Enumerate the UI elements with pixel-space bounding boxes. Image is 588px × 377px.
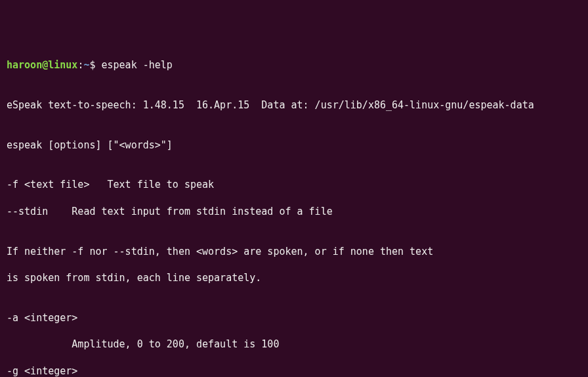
output-line: Amplitude, 0 to 200, default is 100 [7,338,581,351]
output-line: espeak [options] ["<words>"] [7,139,581,152]
output-line: --stdin Read text input from stdin inste… [7,205,581,218]
prompt-line[interactable]: haroon@linux:~$ espeak -help [7,58,581,72]
command-input: espeak -help [102,59,173,71]
output-line: eSpeak text-to-speech: 1.48.15 16.Apr.15… [7,99,581,112]
prompt-dollar: $ [89,59,101,71]
output-line: If neither -f nor --stdin, then <words> … [7,245,581,258]
output-line: -f <text file> Text file to speak [7,178,581,191]
output-line: -g <integer> [7,365,581,377]
output-line: -a <integer> [7,311,581,324]
output-line: is spoken from stdin, each line separate… [7,271,581,284]
prompt-user-host: haroon@linux [7,59,77,71]
